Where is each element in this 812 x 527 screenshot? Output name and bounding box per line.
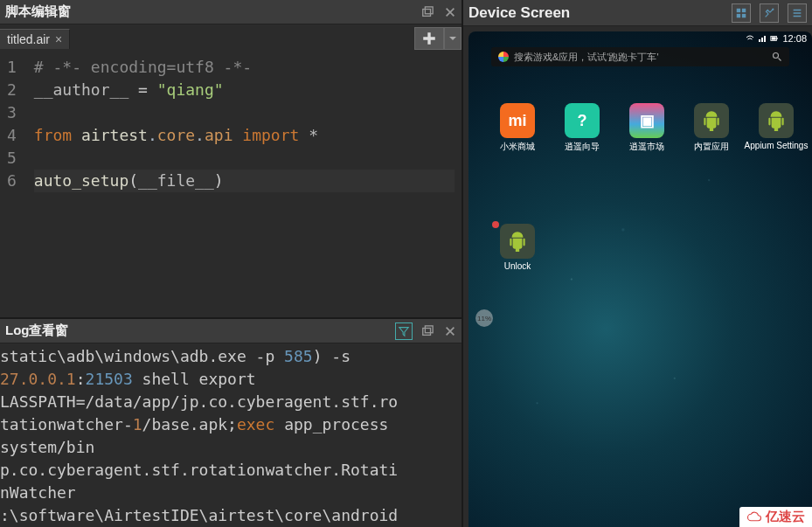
code-line-1: # -*- encoding=utf8 -*- [34, 56, 455, 79]
wifi-icon [746, 34, 754, 43]
app-row-1: mi 小米商城 ? 逍遥向导 ▣ 逍遥市场 内置应用 Appium Se [495, 103, 809, 153]
settings-tool-icon[interactable] [760, 3, 779, 23]
code-line-6: auto_setup(__file__) [34, 170, 455, 192]
app-xiaomi-store[interactable]: mi 小米商城 [495, 103, 540, 153]
svg-rect-6 [737, 13, 740, 17]
app-appium-settings[interactable]: Appium Settings [753, 103, 799, 153]
svg-rect-0 [423, 9, 431, 16]
cloud-icon [746, 511, 762, 524]
device-title: Device Screen [468, 4, 570, 22]
code-area[interactable]: # -*- encoding=utf8 -*- __author__ = "qi… [27, 52, 462, 317]
code-line-5 [34, 147, 455, 170]
watermark: 亿速云 [739, 507, 812, 527]
svg-rect-11 [772, 37, 776, 39]
log-header: Log查看窗 [0, 319, 462, 343]
floating-bubble[interactable]: 11% [475, 309, 493, 327]
watermark-label: 亿速云 [766, 509, 805, 525]
log-panel: Log查看窗 static\adb\windows\adb.exe -p 585… [0, 317, 462, 527]
signal-icon [758, 34, 767, 43]
search-placeholder: 搜索游戏&应用，试试'跑跑卡丁车' [514, 51, 767, 64]
log-output[interactable]: static\adb\windows\adb.exe -p 585) -s 27… [0, 343, 462, 527]
device-screen[interactable]: 12:08 搜索游戏&应用，试试'跑跑卡丁车' mi 小米商城 ? 逍遥向导 ▣ [468, 31, 812, 527]
menu-tool-icon[interactable] [788, 3, 807, 23]
editor-tab-row: titled.air × [0, 24, 462, 52]
close-icon[interactable] [442, 4, 458, 20]
script-editor-title: 脚本编辑窗 [3, 3, 71, 20]
status-time: 12:08 [782, 33, 807, 44]
battery-icon [770, 34, 779, 43]
badge-dot [492, 221, 499, 228]
app-row-2: Unlock [495, 224, 809, 271]
log-title: Log查看窗 [3, 322, 69, 339]
device-header: Device Screen [463, 0, 812, 26]
status-bar: 12:08 [740, 31, 812, 45]
code-line-4: from airtest.core.api import * [34, 124, 455, 147]
svg-point-12 [774, 53, 779, 59]
file-tab-label: titled.air [7, 32, 50, 46]
code-editor[interactable]: 123456 # -*- encoding=utf8 -*- __author_… [0, 52, 462, 317]
svg-rect-7 [742, 13, 746, 17]
tab-dropdown-toggle[interactable] [444, 27, 462, 50]
code-line-3 [34, 101, 455, 124]
filter-icon[interactable] [395, 322, 413, 340]
tab-close-icon[interactable]: × [55, 32, 62, 46]
app-xiaoyao-market[interactable]: ▣ 逍遥市场 [624, 103, 670, 153]
svg-rect-3 [425, 325, 433, 332]
app-xiaoyao-guide[interactable]: ? 逍遥向导 [559, 103, 605, 153]
app-unlock[interactable]: Unlock [495, 224, 540, 271]
svg-rect-4 [737, 8, 740, 11]
app-builtin-apps[interactable]: 内置应用 [689, 103, 734, 153]
code-line-2: __author__ = "qiang" [34, 79, 455, 101]
device-tools [732, 3, 807, 23]
search-icon [772, 52, 782, 62]
log-controls [395, 322, 458, 340]
search-logo-icon [498, 52, 509, 62]
svg-rect-10 [777, 38, 778, 39]
svg-rect-1 [425, 6, 433, 13]
add-tab-button[interactable] [414, 27, 444, 50]
line-gutter: 123456 [0, 52, 27, 317]
search-bar[interactable]: 搜索游戏&应用，试试'跑跑卡丁车' [491, 47, 789, 66]
grid-tool-icon[interactable] [732, 3, 751, 23]
script-editor-header: 脚本编辑窗 [0, 0, 462, 24]
svg-rect-2 [423, 328, 431, 335]
svg-rect-5 [742, 8, 746, 11]
undock-icon[interactable] [420, 4, 435, 20]
file-tab[interactable]: titled.air × [0, 29, 70, 49]
script-editor-controls [420, 4, 458, 20]
close-log-icon[interactable] [442, 323, 458, 339]
svg-point-8 [772, 8, 774, 10]
undock-log-icon[interactable] [420, 323, 435, 339]
